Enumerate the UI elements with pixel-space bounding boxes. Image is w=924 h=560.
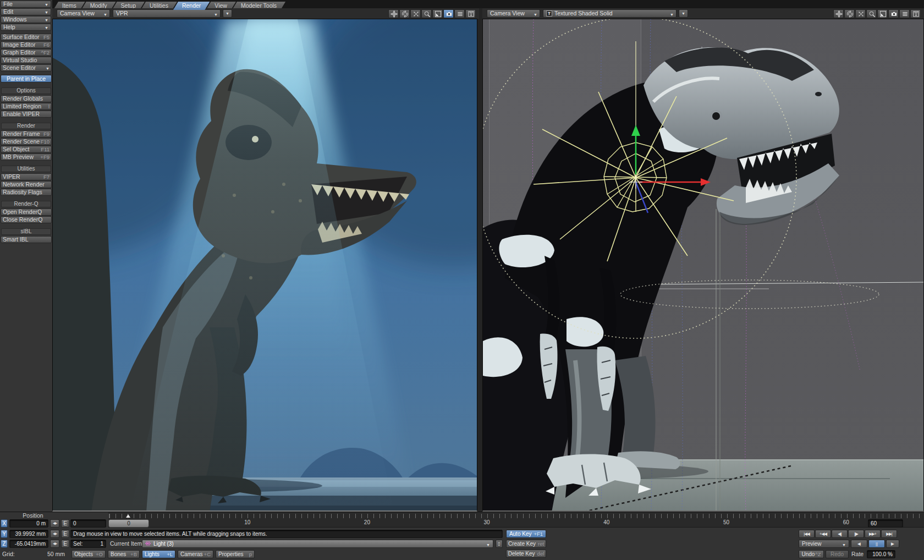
sidebar-item-virtual-studio[interactable]: Virtual Studio — [1, 57, 52, 64]
sidebar-item-close-renderq[interactable]: Close RenderQ — [1, 216, 52, 223]
render-mode-dropdown[interactable]: TTextured Shaded Solid▼ — [543, 9, 676, 18]
sidebar-item-image-editor[interactable]: Image EditorF6 — [1, 41, 52, 48]
tab-render[interactable]: Render — [173, 2, 210, 10]
sidebar-item-label: MB Preview — [3, 153, 34, 160]
x-spinner[interactable]: ◀▶ — [50, 519, 59, 528]
save-viewport-icon[interactable] — [910, 9, 921, 18]
right-viewport-pane: Camera View▼TTextured Shaded Solid▼▼ — [482, 8, 924, 512]
camera-icon[interactable] — [443, 9, 454, 18]
render-mode-dropdown[interactable]: VPR▼ — [113, 9, 221, 18]
z-position-field[interactable]: -65.0419mm — [9, 540, 48, 548]
chevron-down-icon: ▼ — [214, 11, 218, 18]
play-forward-button[interactable]: ▶ — [886, 540, 899, 548]
view-mode-dropdown[interactable]: Camera View▼ — [57, 9, 110, 18]
select-cameras-button[interactable]: Cameras+C — [178, 550, 213, 558]
magnify-icon[interactable] — [421, 9, 432, 18]
sidebar-item-enable-viper[interactable]: Enable VIPER — [1, 111, 52, 118]
rate-field[interactable]: 100.0 % — [867, 550, 895, 558]
rotate-view-icon[interactable] — [399, 9, 410, 18]
transport-last-frame-button[interactable]: ▶▶| — [881, 530, 897, 538]
transport-first-frame-button[interactable]: |◀◀ — [799, 530, 815, 538]
zoom-view-icon[interactable] — [410, 9, 421, 18]
left-viewport-image[interactable] — [52, 19, 477, 512]
rotate-view-icon[interactable] — [844, 9, 855, 18]
z-axis-badge[interactable]: Z — [1, 540, 8, 548]
sidebar-item-label: Close RenderQ — [3, 216, 42, 223]
viewport-extra-dropdown[interactable]: ▼ — [223, 9, 232, 18]
redo-button[interactable]: Redo — [826, 550, 849, 558]
sidebar-item-graph-editor[interactable]: Graph Editor^F2 — [1, 49, 52, 56]
zoom-view-icon[interactable] — [855, 9, 866, 18]
y-position-field[interactable]: 39.9992 mm — [9, 530, 48, 538]
preview-dropdown[interactable]: Preview — [799, 540, 849, 548]
shaded-scene[interactable] — [483, 19, 924, 512]
play-reverse-button[interactable]: ◀ — [851, 540, 867, 548]
shortcut-label: +O — [96, 551, 103, 558]
right-viewport-image[interactable] — [482, 19, 924, 512]
sidebar-item-smart-ibl[interactable]: Smart IBL — [1, 236, 52, 243]
undo-button[interactable]: Undo^Z — [799, 550, 824, 558]
sidebar-item-viper[interactable]: VIPERF7 — [1, 173, 52, 180]
vpr-render-scene[interactable] — [53, 19, 477, 512]
select-bones-button[interactable]: Bones+B — [108, 550, 140, 558]
x-envelope-button[interactable]: E — [61, 519, 69, 528]
menu-help[interactable]: Help▼ — [1, 24, 51, 31]
expand-viewport-icon[interactable] — [432, 9, 443, 18]
sel-value: 1 — [100, 540, 103, 547]
sidebar-item-sel-object[interactable]: Sel ObjectF11 — [1, 146, 52, 153]
sidebar-item-render-scene[interactable]: Render SceneF10 — [1, 138, 52, 145]
sidebar-item-parent-in-place[interactable]: Parent in Place — [1, 75, 52, 83]
sidebar-item-render-globals[interactable]: Render Globals — [1, 95, 52, 102]
x-position-field[interactable]: 0 m — [9, 519, 48, 528]
end-frame-field[interactable]: 60 — [868, 519, 903, 528]
pause-button[interactable]: || — [868, 540, 885, 548]
current-item-dropdown[interactable]: Light (3) — [142, 540, 493, 548]
timeline[interactable]: 0 102030405060 60 — [108, 512, 924, 528]
pan-view-icon[interactable] — [833, 9, 844, 18]
camera-icon[interactable] — [888, 9, 899, 18]
menu-edit[interactable]: Edit▼ — [1, 8, 51, 15]
select-lights-button[interactable]: Lights+L — [142, 550, 175, 558]
view-mode-dropdown[interactable]: Camera View▼ — [487, 9, 540, 18]
viewport-menu-icon[interactable] — [454, 9, 465, 18]
sidebar-item-radiosity-flags[interactable]: Radiosity Flags — [1, 189, 52, 196]
create-key-button[interactable]: Create Keyret — [506, 540, 546, 548]
z-envelope-button[interactable]: E — [61, 540, 69, 548]
sidebar-item-open-renderq[interactable]: Open RenderQ — [1, 208, 52, 216]
menu-file[interactable]: File▼ — [1, 1, 51, 8]
viewport-extra-dropdown[interactable]: ▼ — [679, 9, 688, 18]
grid-value: 50 mm — [32, 550, 65, 558]
sidebar-item-surface-editor[interactable]: Surface EditorF5 — [1, 34, 52, 41]
viewport-menu-icon[interactable] — [899, 9, 910, 18]
sidebar-item-mb-preview[interactable]: MB Preview+F9 — [1, 153, 52, 161]
auto-key-button[interactable]: Auto Key+F1 — [506, 530, 546, 538]
current-frame-field[interactable]: 0 — [70, 519, 106, 528]
frame-slider[interactable]: 0 — [108, 519, 149, 528]
item-list-button[interactable]: ▯ — [496, 540, 503, 548]
y-axis-badge[interactable]: Y — [1, 530, 8, 538]
select-properties-button[interactable]: Propertiesp — [216, 550, 255, 558]
sidebar-item-scene-editor[interactable]: Scene Editor▼ — [1, 64, 52, 72]
menu-windows[interactable]: Windows▼ — [1, 16, 51, 23]
save-viewport-icon[interactable] — [465, 9, 476, 18]
sidebar-item-network-render[interactable]: Network Render — [1, 181, 52, 188]
x-axis-badge[interactable]: X — [1, 519, 8, 528]
transport-prev-key-button[interactable]: +◀◀ — [815, 530, 831, 538]
expand-viewport-icon[interactable] — [877, 9, 888, 18]
pan-view-icon[interactable] — [388, 9, 399, 18]
transport-next-frame-button[interactable]: ||▶ — [848, 530, 864, 538]
y-spinner[interactable]: ◀▶ — [50, 530, 59, 538]
transport-prev-frame-button[interactable]: ◀|| — [832, 530, 848, 538]
timeline-ruler[interactable] — [108, 514, 924, 518]
sidebar-item-limited-region[interactable]: Limited Regionl — [1, 103, 52, 110]
sidebar-item-render-frame[interactable]: Render FrameF9 — [1, 130, 52, 138]
magnify-icon[interactable] — [866, 9, 877, 18]
undo-shortcut: ^Z — [815, 551, 821, 557]
delete-key-button[interactable]: Delete Keydel — [506, 550, 546, 558]
sidebar-item-label: Radiosity Flags — [3, 189, 42, 195]
select-objects-button[interactable]: Objects+O — [72, 550, 106, 558]
transport-next-key-button[interactable]: ▶▶+ — [865, 530, 881, 538]
z-spinner[interactable]: ◀▶ — [50, 540, 59, 548]
section-header-render-q: Render-Q — [1, 201, 51, 207]
y-envelope-button[interactable]: E — [61, 530, 69, 538]
